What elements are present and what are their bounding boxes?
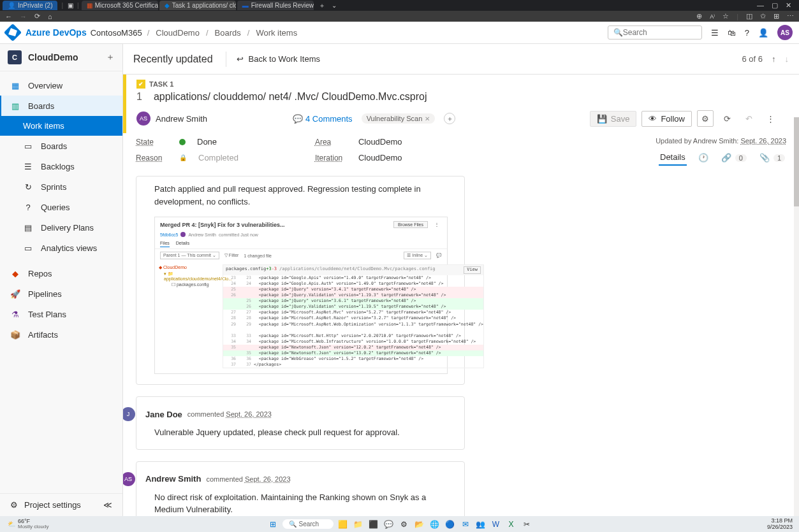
browser-tab[interactable]: ◆Task 1 applications/ clouddemo✕: [159, 1, 236, 10]
iteration-value[interactable]: CloudDemo: [358, 153, 402, 162]
taskbar-clock[interactable]: 3:18 PM 9/26/2023: [767, 518, 795, 531]
project-name[interactable]: CloudDemo: [28, 52, 99, 62]
refresh-icon[interactable]: ⟳: [719, 110, 735, 127]
sidebar-item-workitems[interactable]: Work items: [0, 116, 122, 136]
task-icon[interactable]: 🌐: [429, 519, 441, 530]
task-icon[interactable]: 👥: [475, 519, 487, 530]
favorite-icon[interactable]: ☆: [722, 12, 729, 20]
eye-icon: 👁: [649, 114, 657, 124]
refresh-icon[interactable]: ⟳: [34, 12, 40, 20]
taskbar-search[interactable]: 🔍Search: [282, 519, 334, 529]
forward-icon[interactable]: →: [20, 13, 27, 20]
favorites-bar-icon[interactable]: ✩: [760, 12, 766, 20]
content-area: Recently updated ↩ Back to Work Items 6 …: [123, 44, 799, 516]
breadcrumb-item[interactable]: Work items: [256, 28, 297, 38]
state-label: State: [136, 138, 168, 147]
undo-icon[interactable]: ↶: [740, 110, 757, 127]
window-maximize[interactable]: ▢: [772, 1, 778, 10]
task-icon[interactable]: 💬: [383, 519, 395, 530]
browser-tab[interactable]: ▦Microsoft 365 Certification - Sec✕: [82, 1, 158, 10]
tab-details[interactable]: Details: [659, 150, 687, 166]
sidebar-item-delivery-plans[interactable]: ▤Delivery Plans: [0, 217, 122, 238]
list-icon[interactable]: ☰: [711, 28, 719, 38]
home-icon[interactable]: ⌂: [48, 13, 52, 20]
remove-tag-icon[interactable]: ✕: [425, 115, 430, 122]
tab-overflow-button[interactable]: ⌄: [329, 2, 339, 9]
gear-icon[interactable]: ⚙: [697, 110, 714, 127]
tag-chip[interactable]: Vulnerability Scan✕: [362, 113, 436, 124]
sidebar-item-queries[interactable]: ?Queries: [0, 197, 122, 217]
next-item-icon[interactable]: ↓: [785, 54, 789, 64]
task-icon[interactable]: 📂: [414, 519, 425, 530]
save-button[interactable]: 💾Save: [590, 111, 637, 127]
sidebar-item-pipelines[interactable]: 🚀Pipelines: [0, 284, 122, 304]
azure-devops-logo-icon[interactable]: [4, 24, 22, 41]
help-icon[interactable]: ?: [745, 28, 749, 38]
tab-attachments[interactable]: 📎1: [758, 150, 786, 165]
extensions-icon[interactable]: ⊞: [773, 12, 779, 20]
task-icon[interactable]: ✂: [521, 519, 532, 530]
sidebar-item-analytics[interactable]: ▭Analytics views: [0, 238, 122, 258]
tab-history[interactable]: 🕐: [697, 150, 710, 165]
search-input[interactable]: 🔍: [608, 25, 702, 40]
tab-separator: |: [61, 2, 63, 9]
task-badge-icon: ✔: [136, 80, 145, 89]
marketplace-icon[interactable]: 🛍: [728, 28, 736, 38]
project-settings[interactable]: ⚙ Project settings ≪: [0, 493, 122, 516]
more-icon[interactable]: ⋯: [787, 12, 794, 20]
sidebar-item-overview[interactable]: ▦Overview: [0, 75, 122, 96]
sidebar-item-testplans[interactable]: ⚗Test Plans: [0, 304, 122, 324]
window-close[interactable]: ✕: [786, 1, 791, 10]
breadcrumb-item[interactable]: CloudDemo: [156, 28, 200, 38]
state-value[interactable]: Done: [197, 137, 217, 147]
avatar[interactable]: AS: [777, 25, 793, 40]
collapse-icon[interactable]: ≪: [103, 500, 112, 510]
start-icon[interactable]: ⊞: [267, 519, 279, 530]
task-icon[interactable]: X: [506, 519, 517, 530]
task-icon[interactable]: ✉: [460, 519, 471, 530]
comment-card: Patch applied and pull request approved.…: [136, 176, 465, 385]
tabs-icon[interactable]: ▣: [66, 1, 75, 10]
follow-button[interactable]: 👁Follow: [641, 111, 692, 127]
scrollbar[interactable]: [794, 117, 799, 516]
browser-tab[interactable]: ▬Firewall Rules Review 26/09/20✕: [237, 1, 314, 10]
new-tab-button[interactable]: ＋: [315, 1, 329, 10]
tab-links[interactable]: 🔗0: [720, 150, 748, 165]
sidebar-item-sprints[interactable]: ↻Sprints: [0, 176, 122, 197]
brand-label[interactable]: Azure DevOps: [26, 27, 87, 38]
prev-item-icon[interactable]: ↑: [772, 54, 776, 64]
comments-link[interactable]: 💬 4 Comments: [293, 114, 353, 124]
browser-tab[interactable]: 👤InPrivate (2): [3, 1, 57, 10]
back-icon[interactable]: ←: [5, 13, 12, 20]
back-to-work-items[interactable]: ↩ Back to Work Items: [226, 52, 320, 67]
read-aloud-icon[interactable]: A⁾: [710, 13, 715, 20]
task-icon[interactable]: 🔵: [444, 519, 456, 530]
sidebar-item-artifacts[interactable]: 📦Artifacts: [0, 324, 122, 345]
task-icon[interactable]: ⬛: [368, 519, 379, 530]
history-icon: 🕐: [698, 153, 708, 162]
split-icon[interactable]: ◫: [746, 12, 752, 20]
browse-files-button: Browse Files: [393, 221, 428, 228]
task-icon[interactable]: 📁: [353, 519, 364, 530]
sidebar-item-boards[interactable]: ▭Boards: [0, 136, 122, 156]
view-title[interactable]: Recently updated: [133, 54, 213, 65]
org-name[interactable]: ContosoM365: [91, 28, 142, 38]
assigned-to[interactable]: AS Andrew Smith: [136, 111, 207, 126]
user-settings-icon[interactable]: 👤: [758, 28, 768, 38]
task-icon[interactable]: W: [490, 519, 502, 530]
more-icon[interactable]: ⋮: [762, 110, 779, 127]
area-value[interactable]: CloudDemo: [358, 137, 402, 147]
add-icon[interactable]: ＋: [106, 52, 115, 63]
work-item-title[interactable]: applications/ clouddemo/ net4/ .Mvc/ Clo…: [154, 91, 427, 103]
sidebar-item-repos[interactable]: ◆Repos: [0, 263, 122, 284]
comment-body: Vulnerable Jquery updated, please check …: [154, 426, 446, 439]
window-minimize[interactable]: —: [757, 1, 764, 10]
breadcrumb-item[interactable]: Boards: [215, 28, 241, 38]
task-icon[interactable]: ⚙: [399, 519, 410, 530]
weather-widget[interactable]: ⛅ 66°F Mostly cloudy: [4, 519, 52, 529]
sidebar-item-boards-hub[interactable]: ▥Boards: [0, 96, 122, 116]
task-icon[interactable]: 🟨: [337, 519, 349, 530]
add-tag-button[interactable]: ＋: [444, 113, 455, 124]
sidebar-item-backlogs[interactable]: ☰Backlogs: [0, 156, 122, 176]
zoom-icon[interactable]: ⊕: [696, 12, 702, 20]
